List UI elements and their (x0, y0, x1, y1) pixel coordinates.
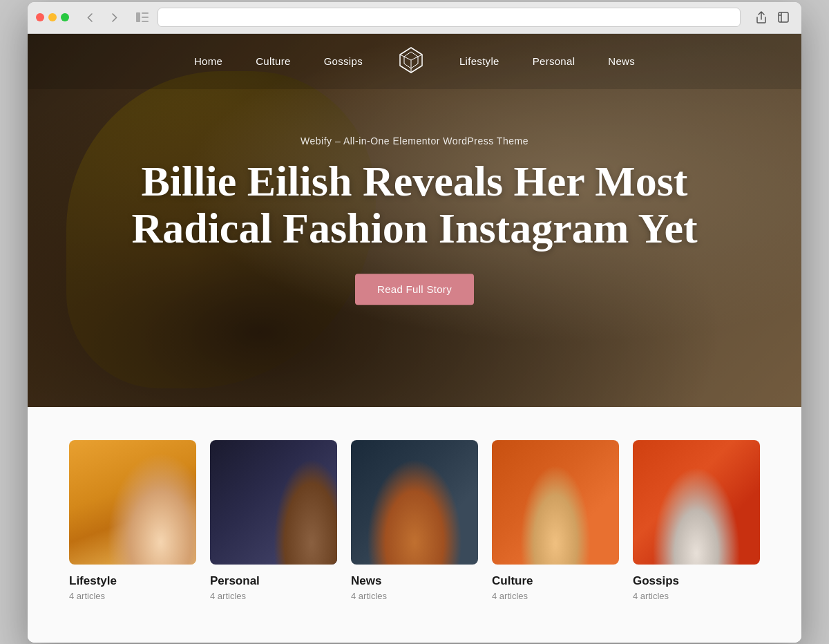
nav-item-culture[interactable]: Culture (256, 55, 290, 67)
read-full-story-button[interactable]: Read Full Story (355, 274, 474, 305)
browser-window: Home Culture Gossips Lifestyle (28, 2, 801, 643)
category-name-culture: Culture (492, 574, 619, 588)
nav-item-news[interactable]: News (608, 55, 635, 67)
category-name-lifestyle: Lifestyle (69, 574, 196, 588)
svg-rect-1 (142, 12, 149, 14)
svg-rect-2 (142, 17, 149, 18)
hero-subtitle: Webify – All-in-One Elementor WordPress … (117, 135, 712, 146)
nav-item-gossips[interactable]: Gossips (324, 55, 363, 67)
category-card-personal[interactable]: Personal 4 articles (210, 440, 337, 601)
category-name-news: News (351, 574, 478, 588)
categories-grid: Lifestyle 4 articles Personal 4 articles (69, 440, 760, 601)
category-name-gossips: Gossips (633, 574, 760, 588)
forward-button[interactable] (105, 8, 124, 27)
categories-section: Lifestyle 4 articles Personal 4 articles (28, 407, 801, 643)
site-logo[interactable] (396, 45, 426, 78)
hero-title: Billie Eilish Reveals Her Most Radical F… (117, 158, 712, 252)
category-count-gossips: 4 articles (633, 591, 760, 601)
back-button[interactable] (80, 8, 99, 27)
category-card-news[interactable]: News 4 articles (351, 440, 478, 601)
maximize-button[interactable] (61, 13, 69, 21)
category-count-personal: 4 articles (210, 591, 337, 601)
category-count-culture: 4 articles (492, 591, 619, 601)
browser-toolbar (28, 2, 801, 34)
nav-item-home[interactable]: Home (194, 55, 222, 67)
traffic-lights (36, 13, 69, 21)
svg-rect-3 (142, 21, 149, 22)
expand-button[interactable] (774, 8, 793, 27)
toolbar-actions (752, 8, 793, 27)
category-name-personal: Personal (210, 574, 337, 588)
nav-item-personal[interactable]: Personal (533, 55, 575, 67)
category-card-gossips[interactable]: Gossips 4 articles (633, 440, 760, 601)
category-card-lifestyle[interactable]: Lifestyle 4 articles (69, 440, 196, 601)
address-bar[interactable] (158, 8, 741, 27)
hero-section: Home Culture Gossips Lifestyle (28, 34, 801, 407)
site-content: Home Culture Gossips Lifestyle (28, 34, 801, 643)
svg-rect-0 (136, 12, 140, 22)
sidebar-button[interactable] (133, 8, 152, 27)
site-nav: Home Culture Gossips Lifestyle (28, 34, 801, 89)
nav-item-lifestyle[interactable]: Lifestyle (459, 55, 499, 67)
svg-rect-4 (779, 12, 788, 22)
share-button[interactable] (752, 8, 771, 27)
close-button[interactable] (36, 13, 44, 21)
minimize-button[interactable] (48, 13, 57, 21)
hero-content: Webify – All-in-One Elementor WordPress … (117, 135, 712, 305)
category-count-lifestyle: 4 articles (69, 591, 196, 601)
category-card-culture[interactable]: Culture 4 articles (492, 440, 619, 601)
category-count-news: 4 articles (351, 591, 478, 601)
